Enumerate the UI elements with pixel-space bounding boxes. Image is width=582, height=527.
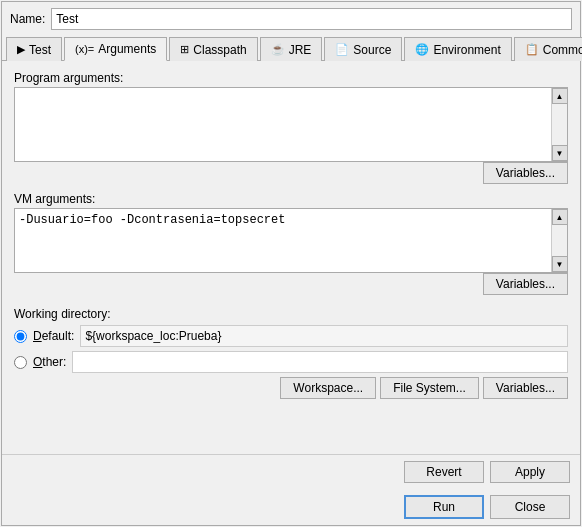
other-row: Other: <box>14 351 568 373</box>
program-args-label: Program arguments: <box>14 71 568 85</box>
tab-test[interactable]: ▶ Test <box>6 37 62 61</box>
source-icon: 📄 <box>335 43 349 56</box>
revert-button[interactable]: Revert <box>404 461 484 483</box>
tab-common[interactable]: 📋 Common <box>514 37 582 61</box>
dialog: Name: ▶ Test (x)= Arguments ⊞ Classpath … <box>1 1 581 526</box>
default-row: Default: <box>14 325 568 347</box>
program-args-section: Program arguments: ▲ ▼ Variables... <box>14 71 568 184</box>
tab-jre[interactable]: ☕ JRE <box>260 37 323 61</box>
dir-variables-button[interactable]: Variables... <box>483 377 568 399</box>
vm-vars-row: Variables... <box>14 273 568 295</box>
vm-args-section: VM arguments: -Dusuario=foo -Dcontraseni… <box>14 192 568 295</box>
tab-source[interactable]: 📄 Source <box>324 37 402 61</box>
program-args-scrollbar[interactable]: ▲ ▼ <box>551 88 567 161</box>
scroll-up-arrow[interactable]: ▲ <box>552 88 568 104</box>
other-label[interactable]: Other: <box>33 355 66 369</box>
vm-args-wrap: -Dusuario=foo -Dcontrasenia=topsecret ▲ … <box>14 208 568 273</box>
workspace-button[interactable]: Workspace... <box>280 377 376 399</box>
program-vars-row: Variables... <box>14 162 568 184</box>
vm-args-label: VM arguments: <box>14 192 568 206</box>
name-label: Name: <box>10 12 45 26</box>
test-icon: ▶ <box>17 43 25 56</box>
tab-content: Program arguments: ▲ ▼ Variables... VM a… <box>2 61 580 454</box>
default-label[interactable]: Default: <box>33 329 74 343</box>
jre-icon: ☕ <box>271 43 285 56</box>
dir-buttons-row: Workspace... File System... Variables... <box>14 377 568 399</box>
program-variables-button[interactable]: Variables... <box>483 162 568 184</box>
vm-scroll-up-arrow[interactable]: ▲ <box>552 209 568 225</box>
footer-bar: Run Close <box>2 489 580 525</box>
vm-args-scrollbar[interactable]: ▲ ▼ <box>551 209 567 272</box>
vm-variables-button[interactable]: Variables... <box>483 273 568 295</box>
other-dir-input[interactable] <box>72 351 568 373</box>
name-input[interactable] <box>51 8 572 30</box>
vm-scroll-down-arrow[interactable]: ▼ <box>552 256 568 272</box>
program-args-input[interactable] <box>15 88 567 158</box>
apply-button[interactable]: Apply <box>490 461 570 483</box>
other-radio[interactable] <box>14 356 27 369</box>
classpath-icon: ⊞ <box>180 43 189 56</box>
working-dir-section: Working directory: Default: Other: Works… <box>14 307 568 399</box>
default-dir-input[interactable] <box>80 325 568 347</box>
program-args-wrap: ▲ ▼ <box>14 87 568 162</box>
tab-environment[interactable]: 🌐 Environment <box>404 37 511 61</box>
run-button[interactable]: Run <box>404 495 484 519</box>
name-row: Name: <box>2 2 580 36</box>
close-button[interactable]: Close <box>490 495 570 519</box>
scroll-down-arrow[interactable]: ▼ <box>552 145 568 161</box>
tab-bar: ▶ Test (x)= Arguments ⊞ Classpath ☕ JRE … <box>2 36 580 61</box>
environment-icon: 🌐 <box>415 43 429 56</box>
tab-arguments[interactable]: (x)= Arguments <box>64 37 167 61</box>
arguments-icon: (x)= <box>75 43 94 55</box>
vm-args-input[interactable]: -Dusuario=foo -Dcontrasenia=topsecret <box>15 209 567 269</box>
action-bar: Revert Apply <box>2 454 580 489</box>
common-icon: 📋 <box>525 43 539 56</box>
filesystem-button[interactable]: File System... <box>380 377 479 399</box>
default-radio[interactable] <box>14 330 27 343</box>
tab-classpath[interactable]: ⊞ Classpath <box>169 37 257 61</box>
working-dir-label: Working directory: <box>14 307 568 321</box>
